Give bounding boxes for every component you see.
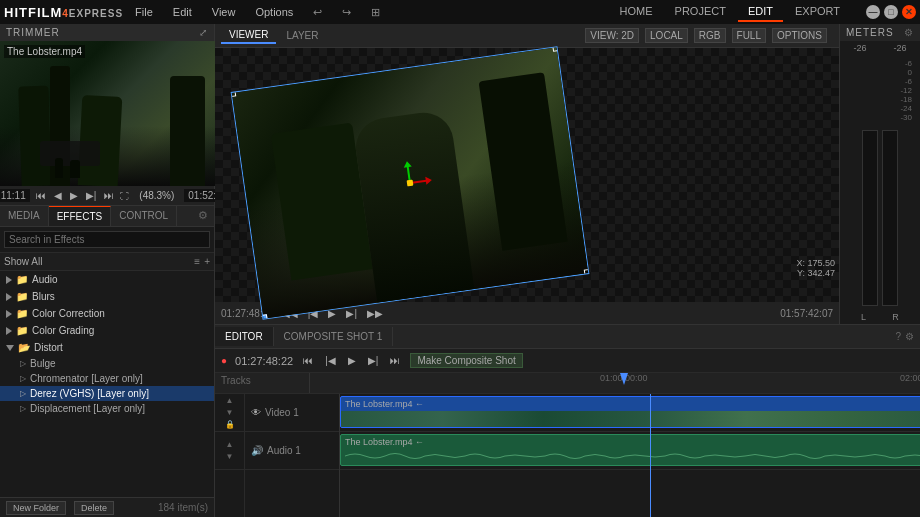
effect-bulge[interactable]: ▷ Bulge	[0, 356, 214, 371]
track-controls-column: ▲ ▼ 🔒 ▲ ▼	[215, 394, 245, 517]
audio-track-arrow-down[interactable]: ▼	[226, 452, 234, 461]
timeline-area: Tracks 01:00:00:00 02:00	[215, 373, 920, 517]
transform-handle-br[interactable]	[584, 269, 590, 278]
meters-settings-icon[interactable]: ⚙	[904, 27, 914, 38]
editor-record-icon[interactable]: ●	[221, 355, 227, 366]
effect-displacement[interactable]: ▷ Displacement [Layer only]	[0, 401, 214, 416]
effect-item-icon: ▷	[20, 404, 26, 413]
video-clip-label: The Lobster.mp4 ←	[341, 397, 920, 411]
viewer-transport-ff[interactable]: ▶▶	[365, 308, 385, 319]
new-folder-button[interactable]: New Folder	[6, 501, 66, 515]
viewer-time-right: 01:57:42:07	[780, 308, 833, 319]
transport-prev-frame[interactable]: ◀	[52, 189, 64, 202]
viewer-transport-forward[interactable]: ▶|	[344, 308, 359, 319]
effects-sort-icon[interactable]: ≡	[194, 256, 200, 267]
ruler-mark-2: 02:00	[900, 373, 920, 383]
category-audio[interactable]: 📁 Audio	[0, 271, 214, 288]
effect-label: Displacement [Layer only]	[30, 403, 145, 414]
viewer-panel: VIEWER LAYER VIEW: 2D LOCAL RGB FULL OPT…	[215, 24, 840, 324]
meters-panel: METERS ⚙ -26 -26 -6 0 -6 -12 -18 -24 -30	[840, 24, 920, 324]
effects-search-input[interactable]	[4, 231, 210, 248]
nav-export[interactable]: EXPORT	[785, 2, 850, 22]
transform-handle-tl[interactable]	[231, 88, 237, 97]
video-track-arrow-up[interactable]: ▲	[226, 396, 234, 405]
editor-help-icon[interactable]: ?	[895, 331, 901, 342]
category-label: Color Grading	[32, 325, 94, 336]
tracks-content: The Lobster.mp4 ← The Lobster.mp4 ←	[340, 394, 920, 517]
category-distort[interactable]: 📂 Distort	[0, 339, 214, 356]
meter-labels: -26 -26	[840, 41, 920, 55]
undo-icon[interactable]: ↩	[309, 4, 326, 21]
audio-clip[interactable]: The Lobster.mp4 ←	[340, 434, 920, 466]
effects-add-icon[interactable]: +	[204, 256, 210, 267]
transport-play[interactable]: ▶	[68, 189, 80, 202]
local-selector[interactable]: LOCAL	[645, 28, 688, 43]
transport-to-start[interactable]: ⏮	[34, 189, 48, 202]
transport-to-end[interactable]: ⏭	[102, 189, 116, 202]
timeline-ruler[interactable]: 01:00:00:00 02:00	[310, 373, 920, 393]
effect-derez[interactable]: ▷ Derez (VGHS) [Layer only]	[0, 386, 214, 401]
track-labels: 👁 Video 1 🔊 Audio 1	[245, 394, 340, 517]
close-button[interactable]: ✕	[902, 5, 916, 19]
video-visibility-icon[interactable]: 👁	[251, 407, 261, 418]
tab-viewer[interactable]: VIEWER	[221, 27, 276, 44]
viewer-image[interactable]	[231, 46, 590, 320]
transport-home[interactable]: ⏮	[301, 355, 315, 366]
tab-layer[interactable]: LAYER	[278, 28, 326, 43]
category-label: Distort	[34, 342, 63, 353]
minimize-button[interactable]: —	[866, 5, 880, 19]
folder-icon: 📁	[16, 308, 28, 319]
audio-mute-icon[interactable]: 🔊	[251, 445, 263, 456]
transport-prev[interactable]: |◀	[323, 355, 338, 366]
video-track-arrow-down[interactable]: ▼	[226, 408, 234, 417]
audio-waveform	[345, 450, 920, 462]
nav-home[interactable]: HOME	[610, 2, 663, 22]
transport-next-frame[interactable]: ▶|	[84, 189, 99, 202]
effects-settings-icon[interactable]: ⚙	[192, 206, 214, 226]
effects-tab-bar: MEDIA EFFECTS CONTROL ⚙	[0, 206, 214, 227]
effects-list: 📁 Audio 📁 Blurs 📁 Color Correction 📁 Co	[0, 271, 214, 497]
tab-composite-shot[interactable]: COMPOSITE SHOT 1	[274, 327, 394, 346]
nav-edit[interactable]: EDIT	[738, 2, 783, 22]
tab-editor[interactable]: EDITOR	[215, 327, 274, 346]
meter-channel-right: R	[892, 312, 899, 322]
transport-end[interactable]: ⏭	[388, 355, 402, 366]
make-composite-button[interactable]: Make Composite Shot	[410, 353, 522, 368]
tab-media[interactable]: MEDIA	[0, 206, 49, 226]
video-track-lock[interactable]: 🔒	[225, 420, 235, 429]
trimmer-expand-icon[interactable]: ⤢	[199, 27, 208, 38]
menu-edit[interactable]: Edit	[169, 4, 196, 21]
audio-track-arrow-up[interactable]: ▲	[226, 440, 234, 449]
viewer-controls: VIEW: 2D LOCAL RGB FULL OPTIONS	[579, 28, 833, 43]
tab-controls[interactable]: CONTROL	[111, 206, 177, 226]
category-blurs[interactable]: 📁 Blurs	[0, 288, 214, 305]
meter-bar-track-right	[882, 130, 898, 306]
grid-icon[interactable]: ⊞	[367, 4, 384, 21]
delete-button[interactable]: Delete	[74, 501, 114, 515]
tab-effects[interactable]: EFFECTS	[49, 206, 112, 226]
maximize-button[interactable]: □	[884, 5, 898, 19]
top-nav: HOME PROJECT EDIT EXPORT	[610, 2, 850, 22]
transport-next[interactable]: ▶|	[366, 355, 381, 366]
scale-mark-0: -6	[848, 59, 912, 68]
category-color-correction[interactable]: 📁 Color Correction	[0, 305, 214, 322]
menu-file[interactable]: File	[131, 4, 157, 21]
options-selector[interactable]: OPTIONS	[772, 28, 827, 43]
effect-item-icon: ▷	[20, 389, 26, 398]
full-selector[interactable]: FULL	[732, 28, 766, 43]
category-color-grading[interactable]: 📁 Color Grading	[0, 322, 214, 339]
nav-project[interactable]: PROJECT	[665, 2, 736, 22]
video-clip[interactable]: The Lobster.mp4 ←	[340, 396, 920, 428]
scale-mark-3: -12	[848, 86, 912, 95]
folder-icon: 📁	[16, 325, 28, 336]
viewer-canvas: X: 175.50 Y: 342.47	[215, 48, 839, 302]
effect-chromenator[interactable]: ▷ Chromenator [Layer only]	[0, 371, 214, 386]
view-mode-selector[interactable]: VIEW: 2D	[585, 28, 639, 43]
menu-options[interactable]: Options	[251, 4, 297, 21]
redo-icon[interactable]: ↪	[338, 4, 355, 21]
rgb-selector[interactable]: RGB	[694, 28, 726, 43]
editor-settings-icon[interactable]: ⚙	[905, 331, 914, 342]
transport-play-main[interactable]: ▶	[346, 355, 358, 366]
trimmer-video: The Lobster.mp4	[0, 41, 215, 186]
menu-view[interactable]: View	[208, 4, 240, 21]
